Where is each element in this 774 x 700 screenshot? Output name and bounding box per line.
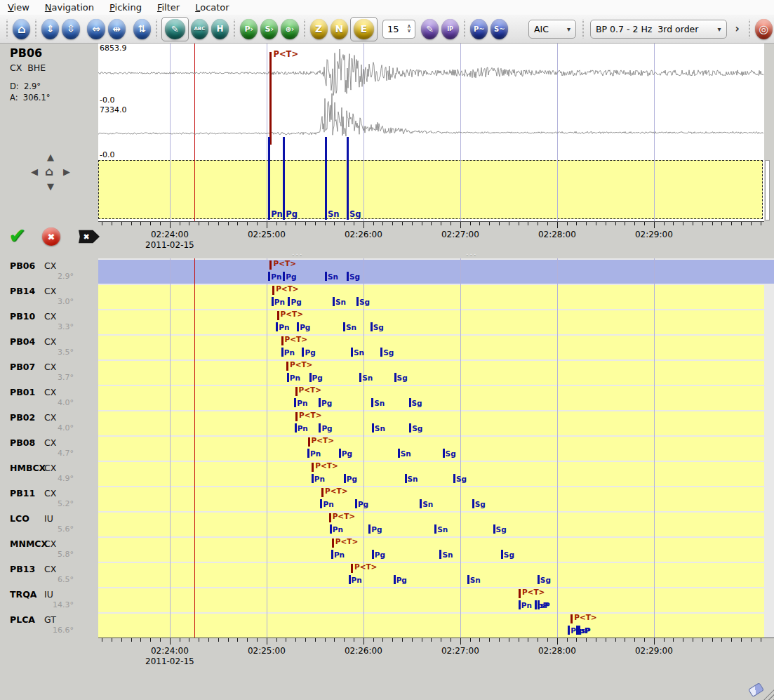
amplitude-zoom-out-button[interactable]: ⇳ [62,19,79,39]
phase-pick-line-sg[interactable] [501,550,503,559]
component-z-button[interactable]: Z [310,19,328,39]
preview-s-button[interactable]: S~ [491,19,508,39]
station-entry-hmbcx[interactable]: HMBCXCX4.9° [0,461,97,486]
phase-pick-line-p[interactable] [568,626,570,635]
time-zoom-in-button[interactable]: ⇔ [87,19,105,39]
p-pick-line[interactable] [269,52,272,145]
station-entry-pb10[interactable]: PB10CX3.3° [0,309,97,334]
eraser-icon[interactable] [748,682,764,697]
phase-pick-line-sg[interactable] [443,449,445,458]
p-pick-line[interactable] [312,463,314,472]
phase-pick-line-pn[interactable] [268,272,270,281]
p-pick-line[interactable] [519,589,521,598]
phase-pick-line-sg[interactable] [371,322,373,331]
p-pick-line[interactable] [351,564,353,573]
phase-pick-line-pn[interactable] [272,297,274,306]
scroll-left-button[interactable]: ◀ [31,166,38,177]
time-window-button[interactable]: H [211,19,229,39]
phase-pick-line-sg[interactable] [380,348,382,357]
phase-pick-line-sn[interactable] [398,449,400,458]
phase-pick-line-sg[interactable] [347,137,349,220]
time-zoom-out-button[interactable]: ⇹ [108,19,126,39]
phase-pick-line-sn[interactable] [359,373,361,382]
p-pick-line[interactable] [269,260,272,270]
toolbar-overflow-button[interactable]: › [730,22,745,35]
phase-pick-line-pn[interactable] [330,524,332,534]
phase-pick-line-pn[interactable] [294,398,296,407]
picker-tool-button[interactable]: ✎ [165,19,185,39]
phase-pick-line-pn[interactable] [312,474,314,483]
phase-pick-line-sg[interactable] [356,297,359,306]
spinner-down-icon[interactable]: ∨ [407,29,411,33]
station-entry-pb06[interactable]: PB06CX2.9° [0,258,97,284]
menu-filter[interactable]: Filter [149,1,187,15]
p-pick-line[interactable] [329,513,331,522]
relocate-button[interactable]: ◎ [755,19,773,39]
phase-pick-line-pn[interactable] [281,348,283,357]
waveform-zoom-panel[interactable]: 6853.9-0.07334.0-0.0P<T>PnPgSnSg [98,44,764,222]
filter-select[interactable]: BP 0.7 - 2 Hz 3rd order▾ [590,20,727,39]
station-entry-mnmcx[interactable]: MNMCXCX5.8° [0,536,97,562]
phase-pick-line-sg[interactable] [347,272,349,281]
phase-pick-line-pn[interactable] [519,600,521,609]
trace-row-pb01[interactable] [98,386,764,410]
phase-pick-line-sn[interactable] [439,550,441,559]
phase-pick-line-sg[interactable] [409,398,411,407]
phase-pick-line-pn[interactable] [307,449,309,458]
scroll-down-button[interactable]: ▼ [47,181,54,192]
phase-pick-line-pg[interactable] [368,524,371,534]
phase-pick-line-sn[interactable] [372,423,374,432]
preview-p-button[interactable]: P~ [470,19,488,39]
trace-row-pb13[interactable] [98,563,764,587]
menu-locator[interactable]: Locator [187,1,236,15]
phase-pick-line-sn[interactable] [325,137,327,220]
skip-button[interactable]: ✖ [79,229,100,244]
phase-pick-line-sp[interactable] [538,600,540,609]
confirm-button[interactable]: ✔ [8,223,26,248]
menu-navigation[interactable]: Navigation [37,1,102,15]
home-button[interactable]: ⌂ [13,19,30,39]
trace-row-pb02[interactable] [98,411,764,435]
create-pick-button[interactable]: ✎ [421,19,439,39]
trace-overview-panel[interactable]: P<T>PnPgSnSgP<T>PnPgSnSgP<T>PnPgSnSgP<T>… [98,258,774,638]
trace-row-pb08[interactable] [98,437,764,461]
window-resize-grip[interactable] [763,689,774,700]
phase-pick-line-pg[interactable] [394,575,396,584]
trace-row-pb04[interactable] [98,336,764,359]
station-entry-pb04[interactable]: PB04CX3.5° [0,334,97,359]
phase-pick-line-pg[interactable] [319,423,321,432]
pick-p-phase-button[interactable]: P› [240,19,258,39]
phase-pick-line-pg[interactable] [339,449,341,458]
component-e-button[interactable]: E [354,19,374,39]
phase-pick-line-sg[interactable] [493,524,495,534]
phase-pick-line-sn[interactable] [371,398,373,407]
home-icon[interactable]: ⌂ [45,164,53,178]
phase-pick-line-sn[interactable] [325,272,327,281]
station-entry-plca[interactable]: PLCAGT16.6° [0,612,97,638]
phase-pick-line-pg[interactable] [309,373,312,382]
pick-s-phase-button[interactable]: S› [260,19,278,39]
station-entry-pb01[interactable]: PB01CX4.0° [0,385,97,410]
phase-pick-line-pg[interactable] [372,550,374,559]
phase-pick-line-sg[interactable] [409,423,411,432]
p-pick-line[interactable] [281,336,283,345]
p-pick-line[interactable] [295,412,298,421]
p-pick-line[interactable] [277,311,279,320]
station-entry-pb07[interactable]: PB07CX3.7° [0,359,97,385]
station-entry-pb02[interactable]: PB02CX4.0° [0,410,97,435]
phase-pick-line-sn[interactable] [405,474,407,483]
reject-button[interactable]: ✖ [42,227,60,246]
station-entry-pb13[interactable]: PB13CX6.5° [0,562,97,587]
scroll-up-button[interactable]: ▲ [47,152,54,162]
phase-pick-line-pg[interactable] [283,272,285,281]
phase-pick-line-pg[interactable] [297,322,299,331]
phase-pick-line-pn[interactable] [349,575,351,584]
trace-row-pb14[interactable] [98,285,764,309]
p-pick-line[interactable] [272,286,274,295]
trace-row-pb10[interactable] [98,310,764,334]
phase-pick-line-sg[interactable] [472,499,474,508]
station-entry-pb08[interactable]: PB08CX4.7° [0,435,97,461]
window-length-spinner[interactable]: 15∧∨ [382,20,415,39]
station-entry-pb11[interactable]: PB11CX5.2° [0,486,97,511]
p-pick-line[interactable] [295,387,298,396]
